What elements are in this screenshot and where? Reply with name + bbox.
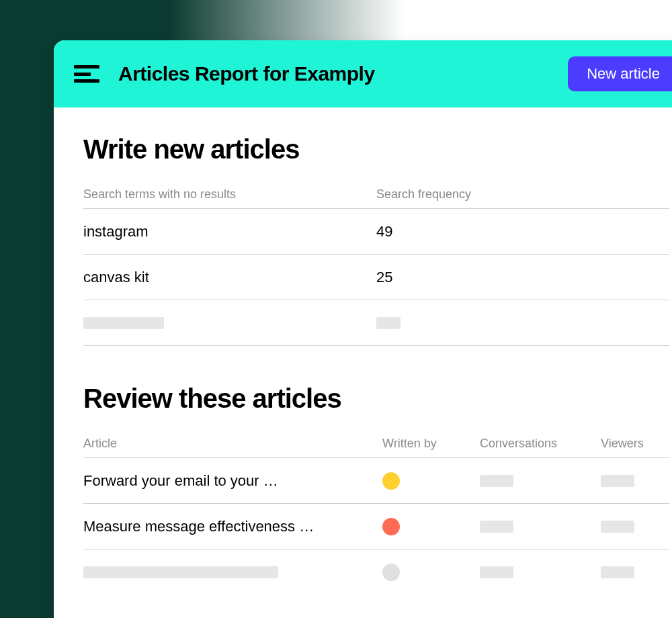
placeholder-bar — [601, 521, 634, 533]
column-header-conversations: Conversations — [480, 437, 601, 451]
column-header-viewers: Viewers — [601, 437, 672, 451]
column-header-term: Search terms with no results — [83, 187, 376, 202]
placeholder-bar — [480, 566, 513, 578]
placeholder-bar — [601, 566, 634, 578]
table-row-placeholder — [83, 300, 669, 346]
top-bar: Articles Report for Examply New article — [54, 40, 672, 107]
review-section-title: Review these articles — [83, 384, 669, 414]
author-avatar-dot — [382, 472, 400, 490]
table-row[interactable]: Measure message effectiveness … — [83, 504, 669, 549]
new-article-button[interactable]: New article — [568, 56, 672, 91]
table-row[interactable]: Forward your email to your … — [83, 458, 669, 504]
placeholder-bar — [480, 521, 513, 533]
column-header-freq: Search frequency — [376, 187, 669, 202]
author-avatar-dot — [382, 518, 400, 535]
table-row[interactable]: instagram 49 — [83, 209, 669, 255]
table-row[interactable]: canvas kit 25 — [83, 255, 669, 300]
menu-icon[interactable] — [74, 65, 99, 83]
search-terms-table: Search terms with no results Search freq… — [83, 187, 669, 346]
column-header-article: Article — [83, 437, 382, 451]
report-card: Articles Report for Examply New article … — [54, 40, 672, 618]
review-articles-table: Article Written by Conversations Viewers… — [83, 437, 669, 595]
term-cell: canvas kit — [83, 269, 376, 286]
placeholder-bar — [376, 317, 401, 329]
author-avatar-dot — [382, 564, 400, 581]
term-cell: instagram — [83, 223, 376, 240]
freq-cell: 25 — [376, 269, 669, 286]
placeholder-bar — [83, 566, 278, 578]
placeholder-bar — [83, 317, 164, 329]
column-header-written-by: Written by — [382, 437, 480, 451]
article-title-cell: Measure message effectiveness … — [83, 518, 382, 535]
freq-cell: 49 — [376, 223, 669, 240]
placeholder-bar — [601, 475, 634, 487]
placeholder-bar — [480, 475, 513, 487]
article-title-cell: Forward your email to your … — [83, 472, 382, 490]
table-row-placeholder — [83, 549, 669, 595]
write-section-title: Write new articles — [83, 134, 669, 165]
page-title: Articles Report for Examply — [118, 62, 549, 85]
